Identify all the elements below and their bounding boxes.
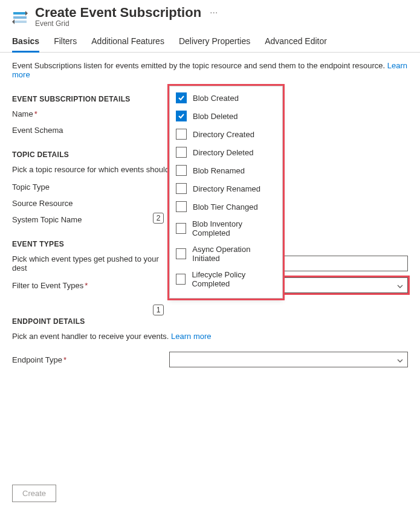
chevron-down-icon — [396, 355, 404, 369]
event-type-option-label: Directory Renamed — [193, 184, 260, 193]
event-type-option-label: Blob Inventory Completed — [192, 219, 276, 237]
event-type-option-label: Blob Renamed — [193, 166, 245, 175]
topic-type-label: Topic Type — [12, 182, 169, 192]
checkbox-icon[interactable] — [176, 129, 187, 140]
chevron-down-icon — [396, 280, 404, 295]
event-type-option-label: Lifecycle Policy Completed — [192, 270, 276, 288]
intro-text: Event Subscriptions listen for events em… — [12, 61, 408, 79]
filter-event-types-label: Filter to Event Types* — [12, 281, 169, 290]
event-type-option[interactable]: Directory Created — [176, 125, 276, 143]
callout-1: 1 — [153, 305, 164, 315]
page-subtitle: Event Grid — [35, 19, 408, 28]
event-type-option[interactable]: Lifecycle Policy Completed — [176, 266, 276, 292]
checkbox-icon[interactable] — [176, 223, 186, 234]
tab-basics[interactable]: Basics — [12, 36, 39, 53]
checkbox-icon[interactable] — [176, 248, 186, 259]
event-type-option[interactable]: Blob Tier Changed — [176, 198, 276, 216]
checkbox-icon[interactable] — [176, 92, 187, 103]
event-type-option-label: Blob Deleted — [193, 112, 237, 121]
event-type-option[interactable]: Blob Renamed — [176, 161, 276, 179]
event-type-option-label: Directory Created — [193, 130, 254, 139]
checkbox-icon[interactable] — [176, 274, 186, 285]
create-button[interactable]: Create — [12, 485, 56, 502]
tab-filters[interactable]: Filters — [54, 36, 77, 52]
event-schema-label: Event Schema — [12, 126, 169, 135]
event-type-option[interactable]: Blob Created — [176, 89, 276, 107]
endpoint-learn-more-link[interactable]: Learn more — [171, 332, 211, 341]
event-types-description: Pick which event types get pushed to you… — [12, 254, 169, 273]
event-type-option[interactable]: Directory Deleted — [176, 143, 276, 161]
endpoint-type-select[interactable] — [169, 352, 408, 367]
tab-additional-features[interactable]: Additional Features — [91, 36, 164, 52]
page-header: Create Event Subscription … Event Grid — [0, 0, 420, 30]
event-type-option-label: Blob Created — [193, 94, 239, 103]
checkbox-icon[interactable] — [176, 111, 187, 121]
name-label: Name* — [12, 109, 169, 118]
event-type-option[interactable]: Async Operation Initiated — [176, 241, 276, 266]
event-type-option[interactable]: Blob Inventory Completed — [176, 216, 276, 241]
section-endpoint-details: ENDPOINT DETAILS — [12, 317, 408, 326]
checkbox-icon[interactable] — [176, 147, 187, 158]
endpoint-type-label: Endpoint Type* — [12, 355, 169, 364]
endpoint-details-description: Pick an event handler to receive your ev… — [12, 332, 408, 341]
checkbox-icon[interactable] — [176, 183, 187, 194]
event-grid-icon — [12, 10, 28, 25]
svg-rect-1 — [13, 16, 27, 19]
event-type-option-label: Async Operation Initiated — [192, 245, 276, 263]
tab-delivery-properties[interactable]: Delivery Properties — [179, 36, 250, 52]
event-types-dropdown[interactable]: Blob CreatedBlob DeletedDirectory Create… — [169, 86, 283, 298]
more-menu-icon[interactable]: … — [210, 5, 218, 15]
source-resource-label: Source Resource — [12, 199, 169, 208]
tab-advanced-editor[interactable]: Advanced Editor — [265, 36, 327, 52]
event-type-option[interactable]: Blob Deleted — [176, 107, 276, 125]
tab-bar: Basics Filters Additional Features Deliv… — [0, 30, 420, 53]
svg-rect-2 — [13, 21, 27, 23]
checkbox-icon[interactable] — [176, 165, 187, 176]
event-type-option-label: Directory Deleted — [193, 148, 253, 157]
system-topic-name-label: System Topic Name — [12, 215, 169, 224]
page-title: Create Event Subscription — [35, 5, 201, 20]
svg-rect-0 — [13, 12, 27, 15]
event-type-option[interactable]: Directory Renamed — [176, 179, 276, 198]
event-type-option-label: Blob Tier Changed — [193, 202, 258, 211]
callout-2: 2 — [153, 213, 164, 224]
intro-text-content: Event Subscriptions listen for events em… — [12, 61, 385, 70]
checkbox-icon[interactable] — [176, 201, 187, 212]
